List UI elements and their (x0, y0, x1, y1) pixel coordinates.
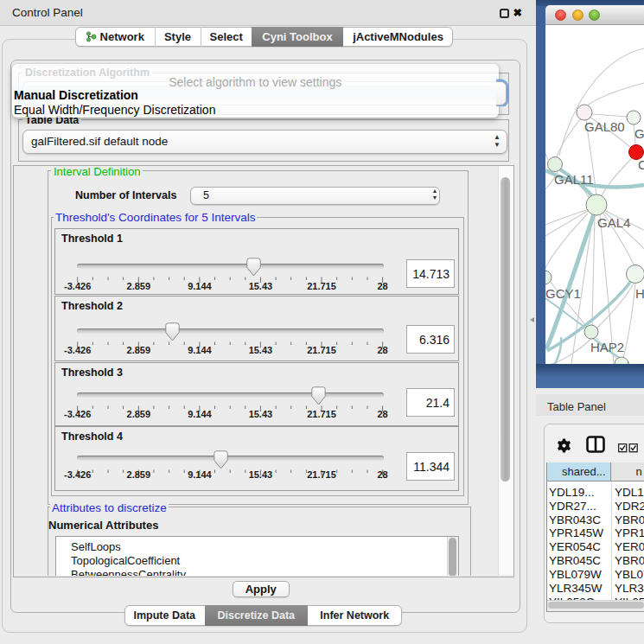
svg-text:GAL80: GAL80 (584, 119, 625, 134)
svg-text:C: C (638, 157, 644, 172)
svg-text:GAL4: GAL4 (597, 215, 630, 230)
svg-text:GAL11: GAL11 (554, 172, 594, 187)
svg-text:G.: G. (634, 126, 644, 141)
svg-text:H: H (635, 286, 644, 301)
svg-text:HAP2: HAP2 (590, 340, 624, 354)
svg-text:GCY1: GCY1 (545, 286, 581, 301)
